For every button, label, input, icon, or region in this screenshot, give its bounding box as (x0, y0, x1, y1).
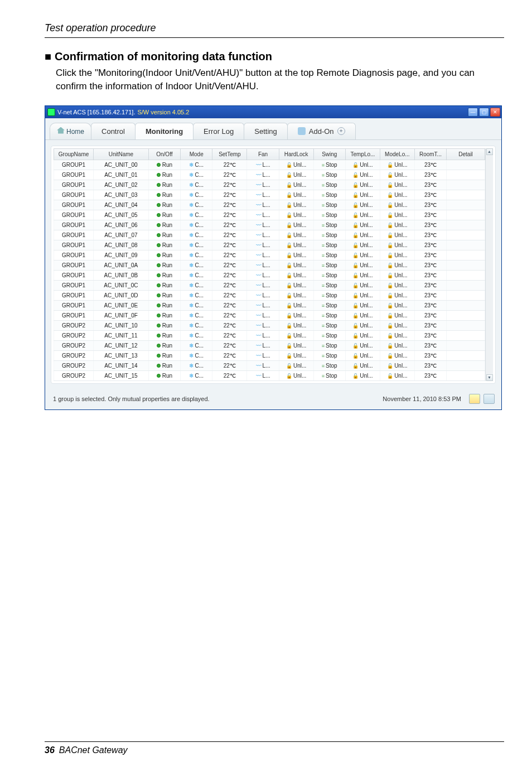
cell-settemp: 22℃ (212, 230, 247, 240)
table-row[interactable]: GROUP1AC_UNIT_0CRun❄C...22℃〰L...🔓Unl...≡… (54, 280, 485, 290)
table-row[interactable]: GROUP1AC_UNIT_02Run❄C...22℃〰L...🔓Unl...≡… (54, 180, 485, 190)
cell-group: GROUP1 (54, 180, 94, 190)
status-monitor-icon[interactable] (483, 394, 495, 404)
scroll-down-button[interactable]: ▼ (486, 374, 493, 381)
col-header[interactable]: TempLo... (345, 148, 380, 160)
scroll-up-button[interactable]: ▲ (486, 148, 493, 155)
cell-modelo: 🔓Unl... (380, 230, 414, 240)
cell-unit: AC_UNIT_0C (94, 280, 149, 290)
table-row[interactable]: GROUP1AC_UNIT_0DRun❄C...22℃〰L...🔓Unl...≡… (54, 290, 485, 300)
cell-fan: 〰L... (247, 180, 279, 190)
tab-monitoring[interactable]: Monitoring (135, 123, 194, 139)
table-row[interactable]: GROUP1AC_UNIT_03Run❄C...22℃〰L...🔓Unl...≡… (54, 190, 485, 200)
cell-detail (447, 180, 485, 190)
run-status-icon (157, 354, 161, 358)
cell-onoff: Run (148, 240, 180, 250)
tab-errorlog[interactable]: Error Log (193, 123, 244, 139)
cell-mode: ❄C... (181, 330, 212, 340)
close-button[interactable]: ✕ (490, 108, 500, 117)
status-flag-icon[interactable] (469, 394, 480, 404)
col-header[interactable]: HardLock (279, 148, 313, 160)
table-row[interactable]: GROUP1AC_UNIT_0BRun❄C...22℃〰L...🔓Unl...≡… (54, 270, 485, 280)
cell-templo: 🔓Unl... (345, 270, 380, 280)
table-row[interactable]: GROUP2AC_UNIT_11Run❄C...22℃〰L...🔓Unl...≡… (54, 330, 485, 340)
cell-detail (447, 200, 485, 210)
cell-modelo: 🔓Unl... (380, 290, 414, 300)
cell-onoff: Run (148, 370, 180, 380)
plus-icon: + (337, 127, 345, 135)
col-header[interactable]: Detail (447, 148, 485, 160)
swing-icon: ≡ (322, 213, 325, 218)
tab-control[interactable]: Control (91, 123, 136, 139)
table-row[interactable]: GROUP2AC_UNIT_12Run❄C...22℃〰L...🔓Unl...≡… (54, 340, 485, 350)
table-row[interactable]: GROUP1AC_UNIT_06Run❄C...22℃〰L...🔓Unl...≡… (54, 220, 485, 230)
tab-addon[interactable]: Add-On+ (287, 123, 356, 139)
mode-cool-icon: ❄ (189, 302, 194, 308)
lock-icon: 🔓 (387, 293, 393, 298)
cell-onoff: Run (148, 210, 180, 220)
col-header[interactable]: ModeLo... (380, 148, 414, 160)
col-header[interactable]: GroupName (54, 148, 94, 160)
table-row[interactable]: GROUP2AC_UNIT_14Run❄C...22℃〰L...🔓Unl...≡… (54, 360, 485, 370)
lock-icon: 🔓 (387, 192, 393, 198)
col-header[interactable]: Fan (247, 148, 279, 160)
section-body: Click the "Monitoring(Indoor Unit/Vent/A… (56, 66, 504, 93)
table-row[interactable]: GROUP1AC_UNIT_09Run❄C...22℃〰L...🔓Unl...≡… (54, 250, 485, 260)
col-header[interactable]: RoomT... (414, 148, 446, 160)
col-header[interactable]: Mode (181, 148, 212, 160)
col-header[interactable]: Swing (313, 148, 345, 160)
cell-fan: 〰L... (247, 290, 279, 300)
col-header[interactable]: On/Off (148, 148, 180, 160)
cell-templo: 🔓Unl... (345, 310, 380, 320)
fan-wave-icon: 〰 (256, 222, 262, 228)
table-row[interactable]: GROUP1AC_UNIT_0ARun❄C...22℃〰L...🔓Unl...≡… (54, 260, 485, 270)
doc-running-header: Test operation procedure (45, 22, 504, 38)
cell-hardlock: 🔓Unl... (279, 300, 313, 310)
table-row[interactable]: GROUP2AC_UNIT_10Run❄C...22℃〰L...🔓Unl...≡… (54, 320, 485, 330)
table-row[interactable]: GROUP2AC_UNIT_15Run❄C...22℃〰L...🔓Unl...≡… (54, 370, 485, 380)
window-titlebar[interactable]: V-net ACS [165.186.42.171]. S/W version … (45, 106, 501, 118)
tab-home[interactable]: Home (50, 123, 91, 139)
col-header[interactable]: UnitName (94, 148, 149, 160)
col-header[interactable]: SetTemp (212, 148, 247, 160)
fan-wave-icon: 〰 (256, 363, 262, 369)
table-row[interactable]: GROUP1AC_UNIT_0ERun❄C...22℃〰L...🔓Unl...≡… (54, 300, 485, 310)
table-row[interactable]: GROUP1AC_UNIT_0FRun❄C...22℃〰L...🔓Unl...≡… (54, 310, 485, 320)
cell-fan: 〰L... (247, 370, 279, 380)
cell-onoff: Run (148, 200, 180, 210)
fan-wave-icon: 〰 (256, 272, 262, 278)
cell-hardlock: 🔓Unl... (279, 200, 313, 210)
table-row[interactable]: GROUP1AC_UNIT_08Run❄C...22℃〰L...🔓Unl...≡… (54, 240, 485, 250)
cell-fan: 〰L... (247, 220, 279, 230)
vertical-scrollbar[interactable]: ▲ ▼ (485, 148, 493, 381)
bullet-square-icon: ■ (45, 50, 51, 62)
table-row[interactable]: GROUP1AC_UNIT_01Run❄C...22℃〰L...🔓Unl...≡… (54, 170, 485, 180)
fan-wave-icon: 〰 (256, 172, 262, 178)
maximize-button[interactable]: ▢ (479, 108, 489, 117)
cell-hardlock: 🔓Unl... (279, 220, 313, 230)
tab-setting-label: Setting (254, 127, 277, 136)
fan-wave-icon: 〰 (256, 182, 262, 188)
cell-roomt: 23℃ (414, 320, 446, 330)
lock-icon: 🔓 (286, 263, 292, 268)
mode-cool-icon: ❄ (189, 222, 194, 228)
swing-icon: ≡ (322, 313, 325, 319)
cell-detail (447, 360, 485, 370)
status-text-right: November 11, 2010 8:53 PM (383, 396, 461, 402)
table-row[interactable]: GROUP1AC_UNIT_07Run❄C...22℃〰L...🔓Unl...≡… (54, 230, 485, 240)
lock-icon: 🔓 (286, 203, 292, 208)
table-row[interactable]: GROUP1AC_UNIT_05Run❄C...22℃〰L...🔓Unl...≡… (54, 210, 485, 220)
cell-swing: ≡Stop (313, 280, 345, 290)
cell-group: GROUP1 (54, 300, 94, 310)
minimize-button[interactable]: — (468, 108, 478, 117)
table-row[interactable]: GROUP2AC_UNIT_13Run❄C...22℃〰L...🔓Unl...≡… (54, 350, 485, 360)
cell-detail (447, 350, 485, 360)
mode-cool-icon: ❄ (189, 292, 194, 298)
table-row[interactable]: GROUP1AC_UNIT_04Run❄C...22℃〰L...🔓Unl...≡… (54, 200, 485, 210)
cell-group: GROUP1 (54, 270, 94, 280)
cell-onoff: Run (148, 320, 180, 330)
swing-icon: ≡ (322, 182, 325, 188)
table-row[interactable]: GROUP1AC_UNIT_00Run❄C...22℃〰L...🔓Unl...≡… (54, 160, 485, 170)
swing-icon: ≡ (322, 303, 325, 308)
tab-setting[interactable]: Setting (244, 123, 287, 139)
